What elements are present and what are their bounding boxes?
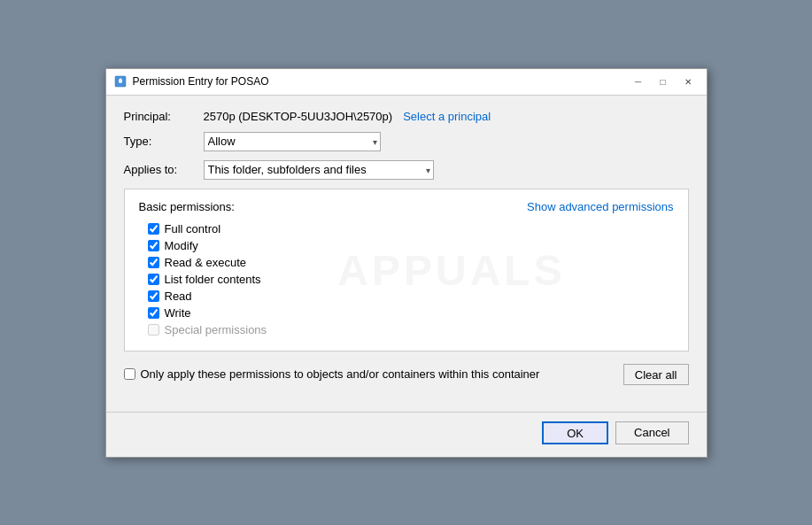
show-advanced-link[interactable]: Show advanced permissions [527, 200, 673, 213]
permission-item-listfolder: List folder contents [148, 273, 674, 286]
only-apply-label[interactable]: Only apply these permissions to objects … [124, 367, 623, 381]
applies-to-row: Applies to: This folder, subfolders and … [124, 160, 689, 180]
read-checkbox[interactable] [148, 290, 159, 302]
dialog-footer: OK Cancel [106, 412, 707, 457]
permission-list: Full control Modify Read & execute List … [139, 222, 674, 336]
fullcontrol-checkbox[interactable] [148, 223, 159, 235]
permission-item-write: Write [148, 306, 674, 320]
special-checkbox[interactable] [148, 324, 159, 336]
permission-item-special: Special permissions [148, 323, 674, 336]
listfolder-checkbox[interactable] [148, 274, 159, 285]
titlebar: Permission Entry for POSAO ─ □ ✕ [106, 69, 707, 96]
applies-to-label: Applies to: [124, 163, 204, 176]
listfolder-label: List folder contents [165, 273, 261, 286]
type-label: Type: [124, 135, 204, 148]
maximize-button[interactable]: □ [652, 73, 675, 90]
only-apply-checkbox[interactable] [124, 368, 135, 380]
principal-row: Principal: 2570p (DESKTOP-5UU3JOH\2570p)… [124, 110, 689, 123]
applies-to-select[interactable]: This folder, subfolders and files This f… [204, 160, 434, 180]
readexecute-checkbox[interactable] [148, 257, 159, 268]
bottom-row: Only apply these permissions to objects … [124, 364, 689, 385]
read-label: Read [165, 290, 192, 303]
permission-item-fullcontrol: Full control [148, 222, 674, 235]
only-apply-text: Only apply these permissions to objects … [141, 367, 540, 381]
modify-label: Modify [165, 239, 198, 252]
close-button[interactable]: ✕ [677, 73, 700, 90]
permissions-section: APPUALS Basic permissions: Show advanced… [124, 189, 689, 351]
principal-label: Principal: [124, 110, 204, 123]
permissions-header: Basic permissions: Show advanced permiss… [139, 200, 674, 213]
titlebar-controls: ─ □ ✕ [627, 73, 700, 90]
modify-checkbox[interactable] [148, 240, 159, 251]
permission-entry-dialog: Permission Entry for POSAO ─ □ ✕ Princip… [105, 68, 708, 458]
cancel-button[interactable]: Cancel [615, 421, 688, 444]
permission-item-readexecute: Read & execute [148, 256, 674, 269]
write-checkbox[interactable] [148, 307, 159, 319]
principal-value: 2570p (DESKTOP-5UU3JOH\2570p) [204, 110, 393, 123]
permission-item-modify: Modify [148, 239, 674, 252]
type-select-wrapper: Allow Deny [204, 132, 381, 151]
clear-all-button[interactable]: Clear all [623, 364, 689, 385]
permission-item-read: Read [148, 290, 674, 303]
select-principal-link[interactable]: Select a principal [403, 110, 491, 123]
dialog-title: Permission Entry for POSAO [133, 75, 627, 88]
type-select[interactable]: Allow Deny [204, 132, 381, 151]
fullcontrol-label: Full control [165, 222, 221, 235]
ok-button[interactable]: OK [542, 421, 608, 444]
special-label: Special permissions [165, 323, 267, 336]
applies-to-select-wrapper: This folder, subfolders and files This f… [204, 160, 434, 180]
dialog-icon [113, 74, 128, 89]
readexecute-label: Read & execute [165, 256, 247, 269]
dialog-content: Principal: 2570p (DESKTOP-5UU3JOH\2570p)… [106, 96, 707, 412]
write-label: Write [165, 306, 191, 320]
minimize-button[interactable]: ─ [627, 73, 650, 90]
type-row: Type: Allow Deny [124, 132, 689, 151]
permissions-title: Basic permissions: [139, 200, 235, 213]
